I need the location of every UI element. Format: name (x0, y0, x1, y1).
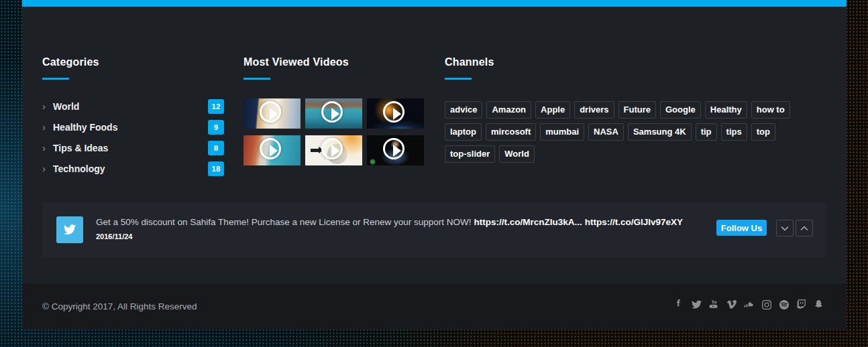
twitter-avatar[interactable] (56, 216, 83, 243)
category-count-badge: 9 (208, 120, 224, 135)
channel-tag[interactable]: tips (721, 123, 747, 141)
video-thumbnail-mountain-lake[interactable] (305, 98, 362, 129)
categories-title: Categories (42, 56, 224, 68)
tweet-link-2[interactable]: https://t.co/GlJIv97eXY (585, 217, 683, 227)
channels-widget: Channels advice Amazon Apple drivers Fut… (445, 56, 812, 163)
facebook-icon[interactable] (674, 299, 684, 309)
category-item-tips-ideas[interactable]: › Tips & Ideas 8 (42, 141, 224, 155)
copyright-bar: © Copyright 2017, All Rights Reserved (22, 283, 847, 330)
copyright-text: © Copyright 2017, All Rights Reserved (42, 301, 197, 311)
category-label: Tips & Ideas (53, 143, 108, 153)
channel-tag-list: advice Amazon Apple drivers Future Googl… (445, 101, 812, 163)
vimeo-icon[interactable] (726, 299, 737, 309)
chevron-right-icon: › (42, 162, 46, 176)
tweet-next-button[interactable] (796, 220, 813, 236)
play-icon (383, 101, 404, 123)
category-label: World (53, 101, 79, 112)
category-item-healthy-foods[interactable]: › Healthy Foods 9 (42, 120, 224, 135)
category-label: Technology (53, 163, 105, 174)
follow-us-button[interactable]: Follow Us (716, 220, 767, 236)
title-underline (445, 78, 472, 80)
channel-tag[interactable]: how to (751, 101, 790, 119)
play-icon (260, 101, 281, 123)
title-underline (42, 78, 69, 80)
category-item-technology[interactable]: › Technology 18 (42, 161, 224, 176)
twitch-icon[interactable] (796, 299, 806, 309)
spotify-icon[interactable] (779, 299, 789, 309)
video-thumbnail-amazon-echo-room[interactable] (243, 98, 301, 129)
footer: Categories › World 12 › Healthy Foods 9 … (22, 0, 847, 330)
title-underline (243, 78, 270, 80)
tweet-text: Get a 50% discount on Sahifa Theme! Purc… (96, 217, 472, 227)
video-thumbnail-earth-from-space[interactable] (367, 98, 424, 129)
categories-widget: Categories › World 12 › Healthy Foods 9 … (42, 56, 224, 182)
twitter-widget-bar: Get a 50% discount on Sahifa Theme! Purc… (42, 202, 826, 257)
channel-tag[interactable]: World (499, 145, 535, 163)
video-thumbnail-keynote-stage[interactable] (367, 135, 424, 165)
channel-tag[interactable]: Apple (535, 101, 570, 119)
category-item-world[interactable]: › World 12 (42, 99, 224, 114)
channel-tag[interactable]: NASA (588, 123, 624, 141)
chevron-right-icon: › (42, 121, 46, 134)
tweet-date: 2016/11/24 (96, 232, 700, 240)
chevron-right-icon: › (42, 100, 46, 113)
soundcloud-icon[interactable] (744, 299, 754, 309)
categories-list: › World 12 › Healthy Foods 9 › Tips & Id… (42, 99, 224, 176)
channels-title: Channels (445, 56, 812, 68)
chevron-up-icon (800, 226, 808, 231)
arrow-right-icon (311, 149, 319, 152)
channel-tag[interactable]: laptop (445, 123, 482, 141)
tweet-content: Get a 50% discount on Sahifa Theme! Purc… (96, 216, 700, 240)
category-count-badge: 12 (208, 99, 224, 114)
chevron-right-icon: › (42, 141, 46, 155)
twitter-bird-icon (64, 224, 76, 235)
channel-tag[interactable]: top (751, 123, 775, 141)
channel-tag[interactable]: advice (445, 101, 482, 119)
category-count-badge: 8 (208, 141, 224, 155)
channel-tag[interactable]: mumbai (540, 123, 584, 141)
channel-tag[interactable]: tip (696, 123, 717, 141)
video-grid (243, 98, 430, 165)
category-label: Healthy Foods (53, 122, 117, 133)
videos-title: Most Viewed Videos (243, 56, 430, 68)
most-viewed-videos-widget: Most Viewed Videos (243, 56, 430, 165)
instagram-icon[interactable] (761, 299, 771, 309)
channel-tag[interactable]: Samsung 4K (628, 123, 692, 141)
category-count-badge: 18 (208, 161, 224, 176)
video-thumbnail-tropical-beach[interactable] (243, 135, 301, 165)
channel-tag[interactable]: Healthy (705, 101, 747, 119)
channel-tag[interactable]: Amazon (486, 101, 531, 119)
play-icon (321, 138, 343, 159)
twitter-icon[interactable] (692, 299, 702, 309)
youtube-icon[interactable] (709, 299, 719, 309)
channel-tag[interactable]: drivers (574, 101, 614, 119)
video-thumbnail-stop-hand-arrow[interactable] (305, 135, 362, 165)
channel-tag[interactable]: top-slider (445, 145, 495, 163)
tweet-prev-button[interactable] (776, 220, 794, 236)
channel-tag[interactable]: Future (618, 101, 656, 119)
footer-top-accent-bar (22, 0, 847, 7)
play-icon (383, 138, 404, 159)
channel-tag[interactable]: mircosoft (486, 123, 536, 141)
tweet-link-1[interactable]: https://t.co/MrcnZIu3kA... (474, 217, 582, 227)
snapchat-icon[interactable] (814, 299, 824, 309)
social-icons (674, 299, 824, 309)
channel-tag[interactable]: Google (660, 101, 701, 119)
chevron-down-icon (781, 226, 789, 231)
play-icon (260, 138, 281, 159)
play-icon (321, 101, 343, 123)
